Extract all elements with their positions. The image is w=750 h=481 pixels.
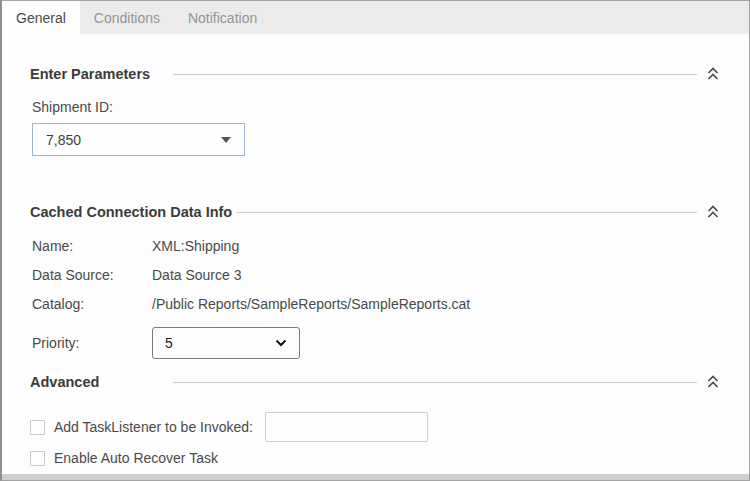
catalog-value: /Public Reports/SampleReports/SampleRepo… xyxy=(152,296,470,313)
enable-auto-recover-label: Enable Auto Recover Task xyxy=(54,450,218,466)
data-source-label: Data Source: xyxy=(32,267,152,284)
tab-conditions-label: Conditions xyxy=(94,10,160,26)
collapse-section-button[interactable] xyxy=(706,205,719,220)
collapse-section-button[interactable] xyxy=(706,67,719,82)
horizontal-scrollbar-track[interactable] xyxy=(2,474,749,480)
tab-notification[interactable]: Notification xyxy=(174,1,271,34)
section-title: Advanced xyxy=(30,374,169,390)
add-tasklistener-checkbox[interactable] xyxy=(30,420,45,435)
double-chevron-up-icon xyxy=(707,375,719,389)
section-divider xyxy=(236,212,697,213)
section-title: Enter Parameters xyxy=(30,66,169,82)
enable-auto-recover-checkbox[interactable] xyxy=(30,451,45,466)
data-source-value: Data Source 3 xyxy=(152,267,242,284)
catalog-label: Catalog: xyxy=(32,296,152,313)
add-tasklistener-label: Add TaskListener to be Invoked: xyxy=(54,419,253,435)
tab-conditions[interactable]: Conditions xyxy=(80,1,174,34)
tasklistener-row: Add TaskListener to be Invoked: xyxy=(30,412,719,442)
connection-info-table: Name: XML:Shipping Data Source: Data Sou… xyxy=(32,238,719,313)
name-label: Name: xyxy=(32,238,152,255)
tab-notification-label: Notification xyxy=(188,10,257,26)
shipment-id-label: Shipment ID: xyxy=(32,99,719,116)
dropdown-arrow-icon xyxy=(221,137,231,143)
task-properties-dialog: General Conditions Notification Enter Pa… xyxy=(0,0,750,481)
tasklistener-input[interactable] xyxy=(265,412,428,442)
info-row-data-source: Data Source: Data Source 3 xyxy=(32,267,719,284)
section-divider xyxy=(173,74,697,75)
shipment-id-value: 7,850 xyxy=(46,132,221,148)
chevron-down-icon xyxy=(275,339,287,347)
section-advanced-header: Advanced xyxy=(30,372,719,392)
tab-general[interactable]: General xyxy=(2,1,80,34)
name-value: XML:Shipping xyxy=(152,238,239,255)
collapse-section-button[interactable] xyxy=(706,375,719,390)
info-row-catalog: Catalog: /Public Reports/SampleReports/S… xyxy=(32,296,719,313)
section-divider xyxy=(173,382,697,383)
double-chevron-up-icon xyxy=(707,205,719,219)
priority-label: Priority: xyxy=(32,335,152,351)
priority-row: Priority: 5 xyxy=(32,327,719,359)
shipment-id-combobox[interactable]: 7,850 xyxy=(32,123,245,156)
section-title: Cached Connection Data Info xyxy=(30,204,232,220)
priority-select[interactable]: 5 xyxy=(152,327,300,359)
section-enter-parameters-header: Enter Parameters xyxy=(30,64,719,84)
section-cached-connection-header: Cached Connection Data Info xyxy=(30,202,719,222)
double-chevron-up-icon xyxy=(707,67,719,81)
tab-general-label: General xyxy=(16,10,66,26)
priority-value: 5 xyxy=(165,335,275,351)
info-row-name: Name: XML:Shipping xyxy=(32,238,719,255)
auto-recover-row: Enable Auto Recover Task xyxy=(30,448,719,468)
general-tab-panel: Enter Parameters Shipment ID: 7,850 Cach… xyxy=(2,64,749,468)
tab-bar: General Conditions Notification xyxy=(2,1,749,34)
